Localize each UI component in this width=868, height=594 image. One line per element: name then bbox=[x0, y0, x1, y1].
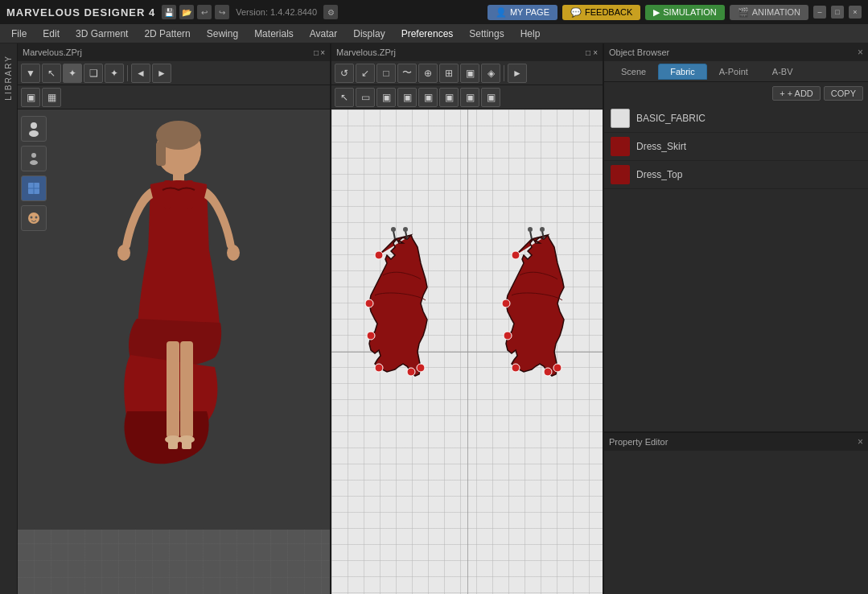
menu-file[interactable]: File bbox=[3, 27, 35, 41]
menu-settings[interactable]: Settings bbox=[461, 27, 512, 41]
tb-2d-shape2[interactable]: ▣ bbox=[397, 88, 417, 107]
tb-3d-next[interactable]: ► bbox=[152, 64, 171, 83]
tab-a-bv[interactable]: A-BV bbox=[760, 64, 805, 80]
object-browser: Object Browser × Scene Fabric A-Point A-… bbox=[604, 43, 868, 433]
menu-preferences[interactable]: Preferences bbox=[393, 27, 462, 41]
menu-avatar[interactable]: Avatar bbox=[302, 27, 345, 41]
tb-2d-curve[interactable]: 〜 bbox=[397, 64, 417, 83]
save-icon[interactable]: 💾 bbox=[162, 5, 176, 19]
fabric-item-basic[interactable]: BASIC_FABRIC bbox=[604, 105, 868, 133]
feedback-icon: 💬 bbox=[570, 7, 582, 18]
tb-3d-garment-select[interactable]: ❑ bbox=[84, 64, 103, 83]
content-area: Marvelous.ZPrj □ × ▼ ↖ ✦ ❑ ✦ ◄ ► bbox=[18, 43, 603, 594]
object-browser-tabs: Scene Fabric A-Point A-BV bbox=[604, 61, 868, 82]
svg-point-8 bbox=[31, 217, 33, 219]
minimize-window-button[interactable]: – bbox=[813, 6, 826, 19]
tb-2d-select2[interactable]: ↖ bbox=[335, 88, 354, 107]
animation-icon: 🎬 bbox=[738, 7, 749, 18]
view-fabric-btn[interactable] bbox=[21, 175, 47, 201]
viewport-3d-title: Marvelous.ZPrj bbox=[23, 47, 82, 57]
restore-window-button[interactable]: □ bbox=[831, 6, 844, 19]
tb-2d-reset[interactable]: ↺ bbox=[335, 64, 354, 83]
svg-rect-23 bbox=[182, 437, 191, 449]
menu-display[interactable]: Display bbox=[345, 27, 393, 41]
tb-3d-prev[interactable]: ◄ bbox=[131, 64, 150, 83]
add-fabric-button[interactable]: + ADD bbox=[772, 86, 821, 101]
viewport-2d-canvas[interactable] bbox=[331, 109, 603, 594]
viewport-2d-close[interactable]: × bbox=[593, 48, 598, 57]
object-browser-close[interactable]: × bbox=[858, 47, 863, 58]
svg-rect-14 bbox=[164, 180, 171, 208]
svg-point-37 bbox=[540, 227, 545, 232]
simulation-button[interactable]: ▶ SIMULATION bbox=[645, 5, 724, 20]
fabric-item-top[interactable]: Dress_Top bbox=[604, 161, 868, 189]
pattern-piece-left bbox=[365, 227, 427, 376]
tb-2d-select[interactable]: ↙ bbox=[356, 64, 375, 83]
viewport-2d-title: Marvelous.ZPrj bbox=[336, 47, 396, 57]
svg-point-43 bbox=[512, 251, 520, 259]
menu-bar: File Edit 3D Garment 2D Pattern Sewing M… bbox=[0, 24, 868, 43]
svg-rect-21 bbox=[168, 437, 178, 449]
tb-2d-rect2[interactable]: ▭ bbox=[356, 88, 375, 107]
viewport-3d-close[interactable]: × bbox=[320, 48, 325, 57]
tb-2d-pattern[interactable]: ▣ bbox=[460, 64, 479, 83]
title-bar-right: 👤 MY PAGE 💬 FEEDBACK ▶ SIMULATION 🎬 ANIM… bbox=[487, 5, 862, 20]
svg-rect-18 bbox=[167, 341, 179, 438]
svg-point-0 bbox=[31, 122, 37, 129]
tab-scene[interactable]: Scene bbox=[609, 64, 658, 80]
viewport-3d-canvas[interactable] bbox=[18, 109, 330, 594]
tb-2d-rect[interactable]: □ bbox=[376, 64, 396, 83]
property-editor-close[interactable]: × bbox=[858, 436, 863, 448]
svg-point-35 bbox=[528, 227, 533, 232]
view-face-btn[interactable] bbox=[21, 205, 47, 231]
tb-3d-move[interactable]: ↖ bbox=[42, 64, 61, 83]
tb-2d-play[interactable]: ► bbox=[508, 64, 527, 83]
tb-2d-seam[interactable]: ◈ bbox=[481, 64, 500, 83]
menu-help[interactable]: Help bbox=[512, 27, 549, 41]
mypage-button[interactable]: 👤 MY PAGE bbox=[487, 5, 557, 20]
viewport-3d-minimize[interactable]: □ bbox=[314, 48, 319, 57]
viewport-2d: Marvelous.ZPrj □ × ↺ ↙ □ 〜 ⊕ ⊞ ▣ ◈ bbox=[331, 43, 603, 594]
viewport-2d-minimize[interactable]: □ bbox=[586, 48, 590, 57]
tb-2d-shape6[interactable]: ▣ bbox=[481, 88, 500, 107]
toolbar-3d-row2: ▣ ▦ bbox=[18, 85, 330, 109]
undo-icon[interactable]: ↩ bbox=[197, 5, 212, 19]
tb-2d-shape5[interactable]: ▣ bbox=[460, 88, 479, 107]
menu-3d-garment[interactable]: 3D Garment bbox=[68, 27, 136, 41]
tb-2d-shape4[interactable]: ▣ bbox=[439, 88, 459, 107]
viewports-row: Marvelous.ZPrj □ × ▼ ↖ ✦ ❑ ✦ ◄ ► bbox=[18, 43, 603, 594]
tb-3d-grid[interactable]: ▣ bbox=[21, 88, 40, 107]
svg-point-32 bbox=[365, 299, 373, 307]
menu-2d-pattern[interactable]: 2D Pattern bbox=[136, 27, 198, 41]
view-angle-btn[interactable] bbox=[21, 146, 47, 171]
fabric-item-skirt[interactable]: Dress_Skirt bbox=[604, 133, 868, 161]
viewport-3d-header: Marvelous.ZPrj □ × bbox=[18, 43, 330, 61]
fabric-swatch-skirt bbox=[611, 137, 630, 156]
tb-2d-point[interactable]: ⊕ bbox=[418, 64, 438, 83]
menu-materials[interactable]: Materials bbox=[246, 27, 302, 41]
tb-3d-garment-move[interactable]: ✦ bbox=[63, 64, 82, 83]
toolbar-2d-row2: ↖ ▭ ▣ ▣ ▣ ▣ ▣ ▣ bbox=[331, 85, 603, 109]
open-icon[interactable]: 📂 bbox=[179, 5, 194, 19]
menu-sewing[interactable]: Sewing bbox=[199, 27, 246, 41]
tb-2d-shape1[interactable]: ▣ bbox=[376, 88, 396, 107]
svg-line-24 bbox=[393, 231, 395, 239]
close-window-button[interactable]: × bbox=[849, 6, 862, 19]
tab-a-point[interactable]: A-Point bbox=[707, 64, 760, 80]
view-front-btn[interactable] bbox=[21, 116, 47, 142]
tb-3d-texture[interactable]: ▦ bbox=[42, 88, 61, 107]
tb-3d-garment-pin[interactable]: ✦ bbox=[105, 64, 124, 83]
settings-icon[interactable]: ⚙ bbox=[323, 5, 338, 19]
tb-2d-grid2[interactable]: ⊞ bbox=[439, 64, 459, 83]
viewport-3d-controls: □ × bbox=[314, 48, 325, 57]
menu-edit[interactable]: Edit bbox=[35, 27, 68, 41]
tb-3d-select[interactable]: ▼ bbox=[21, 64, 40, 83]
feedback-button[interactable]: 💬 FEEDBACK bbox=[562, 5, 640, 20]
redo-icon[interactable]: ↪ bbox=[215, 5, 229, 19]
copy-fabric-button[interactable]: COPY bbox=[824, 86, 863, 101]
tb-2d-shape3[interactable]: ▣ bbox=[418, 88, 438, 107]
svg-point-27 bbox=[403, 227, 408, 232]
animation-button[interactable]: 🎬 ANIMATION bbox=[730, 5, 808, 20]
svg-point-39 bbox=[544, 368, 552, 376]
tab-fabric[interactable]: Fabric bbox=[658, 64, 707, 80]
